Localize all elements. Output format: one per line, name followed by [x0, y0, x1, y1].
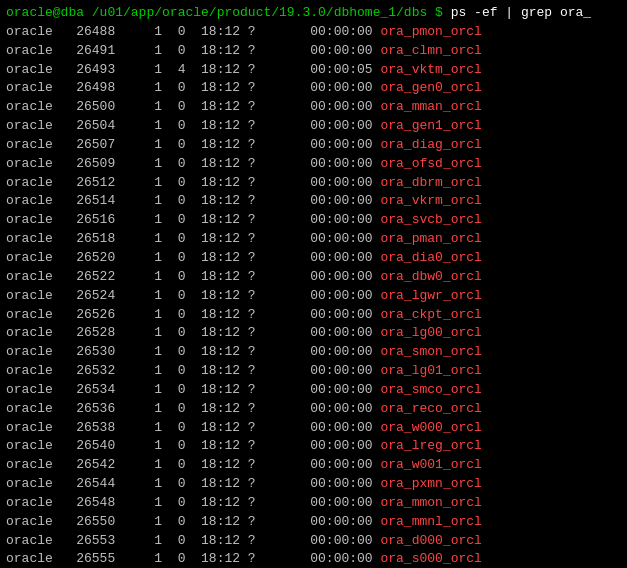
- process-cmd-ora: ora_pman_orcl: [380, 231, 481, 246]
- process-cmd-ora: ora_dia0_orcl: [380, 250, 481, 265]
- process-cmd-ora: ora_smco_orcl: [380, 382, 481, 397]
- process-list: oracle 26488 1 0 18:12 ? 00:00:00 ora_pm…: [6, 23, 621, 568]
- process-pre: oracle 26538 1 0 18:12 ? 00:00:00: [6, 420, 380, 435]
- process-cmd-ora: ora_vkrm_orcl: [380, 193, 481, 208]
- process-row: oracle 26548 1 0 18:12 ? 00:00:00 ora_mm…: [6, 494, 621, 513]
- process-pre: oracle 26542 1 0 18:12 ? 00:00:00: [6, 457, 380, 472]
- process-row: oracle 26538 1 0 18:12 ? 00:00:00 ora_w0…: [6, 419, 621, 438]
- process-pre: oracle 26498 1 0 18:12 ? 00:00:00: [6, 80, 380, 95]
- process-pre: oracle 26522 1 0 18:12 ? 00:00:00: [6, 269, 380, 284]
- process-pre: oracle 26507 1 0 18:12 ? 00:00:00: [6, 137, 380, 152]
- process-cmd-ora: ora_pmon_orcl: [380, 24, 481, 39]
- process-pre: oracle 26514 1 0 18:12 ? 00:00:00: [6, 193, 380, 208]
- process-row: oracle 26493 1 4 18:12 ? 00:00:05 ora_vk…: [6, 61, 621, 80]
- process-cmd-ora: ora_dbrm_orcl: [380, 175, 481, 190]
- process-row: oracle 26507 1 0 18:12 ? 00:00:00 ora_di…: [6, 136, 621, 155]
- process-row: oracle 26522 1 0 18:12 ? 00:00:00 ora_db…: [6, 268, 621, 287]
- process-row: oracle 26500 1 0 18:12 ? 00:00:00 ora_mm…: [6, 98, 621, 117]
- process-pre: oracle 26530 1 0 18:12 ? 00:00:00: [6, 344, 380, 359]
- process-cmd-ora: ora_d000_orcl: [380, 533, 481, 548]
- process-row: oracle 26504 1 0 18:12 ? 00:00:00 ora_ge…: [6, 117, 621, 136]
- process-pre: oracle 26548 1 0 18:12 ? 00:00:00: [6, 495, 380, 510]
- process-cmd-ora: ora_lg01_orcl: [380, 363, 481, 378]
- process-row: oracle 26553 1 0 18:12 ? 00:00:00 ora_d0…: [6, 532, 621, 551]
- process-pre: oracle 26493 1 4 18:12 ? 00:00:05: [6, 62, 380, 77]
- process-cmd-ora: ora_svcb_orcl: [380, 212, 481, 227]
- process-row: oracle 26520 1 0 18:12 ? 00:00:00 ora_di…: [6, 249, 621, 268]
- process-pre: oracle 26504 1 0 18:12 ? 00:00:00: [6, 118, 380, 133]
- process-row: oracle 26512 1 0 18:12 ? 00:00:00 ora_db…: [6, 174, 621, 193]
- process-pre: oracle 26518 1 0 18:12 ? 00:00:00: [6, 231, 380, 246]
- process-pre: oracle 26520 1 0 18:12 ? 00:00:00: [6, 250, 380, 265]
- process-cmd-ora: ora_ofsd_orcl: [380, 156, 481, 171]
- process-cmd-ora: ora_reco_orcl: [380, 401, 481, 416]
- process-row: oracle 26536 1 0 18:12 ? 00:00:00 ora_re…: [6, 400, 621, 419]
- process-cmd-ora: ora_lreg_orcl: [380, 438, 481, 453]
- process-pre: oracle 26534 1 0 18:12 ? 00:00:00: [6, 382, 380, 397]
- process-pre: oracle 26528 1 0 18:12 ? 00:00:00: [6, 325, 380, 340]
- process-row: oracle 26526 1 0 18:12 ? 00:00:00 ora_ck…: [6, 306, 621, 325]
- process-pre: oracle 26488 1 0 18:12 ? 00:00:00: [6, 24, 380, 39]
- process-cmd-ora: ora_w000_orcl: [380, 420, 481, 435]
- process-row: oracle 26528 1 0 18:12 ? 00:00:00 ora_lg…: [6, 324, 621, 343]
- process-pre: oracle 26512 1 0 18:12 ? 00:00:00: [6, 175, 380, 190]
- process-row: oracle 26532 1 0 18:12 ? 00:00:00 ora_lg…: [6, 362, 621, 381]
- process-pre: oracle 26550 1 0 18:12 ? 00:00:00: [6, 514, 380, 529]
- process-row: oracle 26534 1 0 18:12 ? 00:00:00 ora_sm…: [6, 381, 621, 400]
- process-row: oracle 26555 1 0 18:12 ? 00:00:00 ora_s0…: [6, 550, 621, 568]
- process-pre: oracle 26524 1 0 18:12 ? 00:00:00: [6, 288, 380, 303]
- process-cmd-ora: ora_lg00_orcl: [380, 325, 481, 340]
- process-cmd-ora: ora_w001_orcl: [380, 457, 481, 472]
- process-cmd-ora: ora_dbw0_orcl: [380, 269, 481, 284]
- process-row: oracle 26530 1 0 18:12 ? 00:00:00 ora_sm…: [6, 343, 621, 362]
- process-pre: oracle 26516 1 0 18:12 ? 00:00:00: [6, 212, 380, 227]
- process-cmd-ora: ora_clmn_orcl: [380, 43, 481, 58]
- process-cmd-ora: ora_pxmn_orcl: [380, 476, 481, 491]
- process-pre: oracle 26532 1 0 18:12 ? 00:00:00: [6, 363, 380, 378]
- process-row: oracle 26514 1 0 18:12 ? 00:00:00 ora_vk…: [6, 192, 621, 211]
- process-pre: oracle 26526 1 0 18:12 ? 00:00:00: [6, 307, 380, 322]
- process-row: oracle 26540 1 0 18:12 ? 00:00:00 ora_lr…: [6, 437, 621, 456]
- command-1: ps -ef | grep ora_: [451, 5, 591, 20]
- process-pre: oracle 26553 1 0 18:12 ? 00:00:00: [6, 533, 380, 548]
- process-row: oracle 26516 1 0 18:12 ? 00:00:00 ora_sv…: [6, 211, 621, 230]
- process-cmd-ora: ora_gen1_orcl: [380, 118, 481, 133]
- process-pre: oracle 26500 1 0 18:12 ? 00:00:00: [6, 99, 380, 114]
- process-row: oracle 26509 1 0 18:12 ? 00:00:00 ora_of…: [6, 155, 621, 174]
- process-cmd-ora: ora_lgwr_orcl: [380, 288, 481, 303]
- process-pre: oracle 26491 1 0 18:12 ? 00:00:00: [6, 43, 380, 58]
- process-cmd-ora: ora_ckpt_orcl: [380, 307, 481, 322]
- process-pre: oracle 26509 1 0 18:12 ? 00:00:00: [6, 156, 380, 171]
- process-cmd-ora: ora_mmon_orcl: [380, 495, 481, 510]
- process-cmd-ora: ora_vktm_orcl: [380, 62, 481, 77]
- process-pre: oracle 26536 1 0 18:12 ? 00:00:00: [6, 401, 380, 416]
- process-cmd-ora: ora_mman_orcl: [380, 99, 481, 114]
- prompt-line-1: oracle@dba /u01/app/oracle/product/19.3.…: [6, 4, 621, 23]
- terminal: oracle@dba /u01/app/oracle/product/19.3.…: [6, 4, 621, 568]
- process-pre: oracle 26544 1 0 18:12 ? 00:00:00: [6, 476, 380, 491]
- process-row: oracle 26550 1 0 18:12 ? 00:00:00 ora_mm…: [6, 513, 621, 532]
- process-cmd-ora: ora_mmnl_orcl: [380, 514, 481, 529]
- process-row: oracle 26544 1 0 18:12 ? 00:00:00 ora_px…: [6, 475, 621, 494]
- process-cmd-ora: ora_s000_orcl: [380, 551, 481, 566]
- prompt-1: oracle@dba /u01/app/oracle/product/19.3.…: [6, 5, 451, 20]
- process-pre: oracle 26555 1 0 18:12 ? 00:00:00: [6, 551, 380, 566]
- process-row: oracle 26524 1 0 18:12 ? 00:00:00 ora_lg…: [6, 287, 621, 306]
- process-row: oracle 26518 1 0 18:12 ? 00:00:00 ora_pm…: [6, 230, 621, 249]
- process-row: oracle 26491 1 0 18:12 ? 00:00:00 ora_cl…: [6, 42, 621, 61]
- process-row: oracle 26498 1 0 18:12 ? 00:00:00 ora_ge…: [6, 79, 621, 98]
- process-cmd-ora: ora_diag_orcl: [380, 137, 481, 152]
- process-cmd-ora: ora_gen0_orcl: [380, 80, 481, 95]
- process-cmd-ora: ora_smon_orcl: [380, 344, 481, 359]
- process-row: oracle 26488 1 0 18:12 ? 00:00:00 ora_pm…: [6, 23, 621, 42]
- process-row: oracle 26542 1 0 18:12 ? 00:00:00 ora_w0…: [6, 456, 621, 475]
- process-pre: oracle 26540 1 0 18:12 ? 00:00:00: [6, 438, 380, 453]
